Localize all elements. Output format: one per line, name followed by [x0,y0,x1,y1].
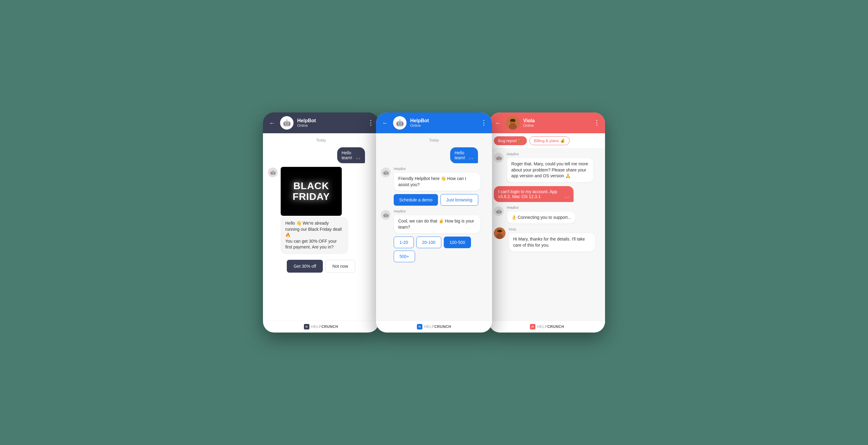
agent-name-3: Viola [523,118,590,123]
svg-point-7 [496,234,503,239]
msg-hello-right-2: Hello team! ✓✓ [450,147,487,163]
svg-point-4 [510,119,516,122]
billing-plans-pill[interactable]: Billing & plans 💰 [529,136,569,145]
not-now-button[interactable]: Not now [325,260,355,273]
helpcrunch-icon-3: H [530,324,535,329]
viola-avatar [494,228,505,239]
team-1-20[interactable]: 1-20 [394,237,414,248]
helpbot-coral-msg2: 🤖 HelpBot 👌 Connecting you to support... [494,206,600,224]
team-size-buttons: 1-20 20-100 100-500 500+ [394,237,481,262]
back-button-2[interactable]: ← [381,118,390,128]
menu-dots-3[interactable]: ⋮ [593,119,600,127]
phone3-footer: H HELPCRUNCH [489,321,605,332]
topic-pills: Bug report 🐛 Billing & plans 💰 [489,133,605,149]
chat-messages-1: Today Hello team! ✓✓ 🤖 BLACKFRIDAY [263,133,379,321]
hello-bubble-1: Hello team! ✓✓ [337,147,365,163]
schedule-demo-button[interactable]: Schedule a demo [394,194,438,206]
chat-messages-3: 🤖 HelpBot Roger that. Mary, could you te… [489,149,605,321]
menu-dots-1[interactable]: ⋮ [367,119,374,127]
phone1-buttons: Get 30% off Not now [268,260,374,273]
bot-name-2: HelpBot [410,118,477,123]
user-coral-msg1: I can't login to my account. App v3.8.2,… [494,186,600,202]
back-button-3[interactable]: ← [494,118,502,128]
phone1-header: ← 🤖 HelpBot Online ⋮ [263,113,379,133]
bot-name-1: HelpBot [297,118,364,123]
viola-bubble: Hi Mary, thanks for the details. I'll ta… [508,233,595,251]
bot-avatar-1: 🤖 [280,116,293,129]
header-info-3: Viola Online [523,118,590,128]
bf-image-container: 🤖 BLACKFRIDAY Hello 👋 We're already runn… [268,167,374,254]
phone1-footer: H HELPCRUNCH [263,321,379,332]
back-button-1[interactable]: ← [268,118,276,128]
black-friday-image: BLACKFRIDAY [281,167,342,216]
phone-1: ← 🤖 HelpBot Online ⋮ Today Hello team! ✓… [263,113,379,332]
date-divider-2: Today [381,138,487,142]
bot-icon-2: 🤖 [381,168,391,177]
phone2-header: ← 🤖 HelpBot Online ⋮ [376,113,492,133]
helpcrunch-icon-2: H [417,324,423,329]
sender-helpbot-coral-1: HelpBot [507,152,594,156]
header-info-1: HelpBot Online [297,118,364,128]
helpbot-msg1-container: 🤖 HelpBot Friendly HelpBot here 👋 How ca… [381,167,487,206]
agent-status-3: Online [523,123,590,128]
helpbot-coral-bubble-1: Roger that. Mary, could you tell me more… [507,158,594,182]
helpbot-coral-bubble-2: 👌 Connecting you to support... [507,211,576,224]
phone2-footer: H HELPCRUNCH [376,321,492,332]
user-coral-bubble-1: I can't login to my account. App v3.8.2,… [494,186,574,202]
bot-icon-4: 🤖 [494,153,504,162]
viola-msg: Viola Hi Mary, thanks for the details. I… [494,228,600,251]
agent-avatar-3 [506,116,520,129]
header-info-2: HelpBot Online [410,118,477,128]
helpcrunch-logo-3: H HELPCRUNCH [530,324,564,329]
sender-helpbot-1: HelpBot [394,167,481,171]
helpbot-bubble-2: Cool, we can do that ✌ How big is your t… [394,215,481,234]
bot-status-2: Online [410,123,477,128]
helpcrunch-icon-1: H [304,324,309,329]
bot-icon-3: 🤖 [381,210,391,220]
msg-hello-right-1: Hello team! ✓✓ [337,147,374,163]
helpbot-coral-msg1: 🤖 HelpBot Roger that. Mary, could you te… [494,152,600,182]
helpcrunch-logo-1: H HELPCRUNCH [304,324,338,329]
team-500plus[interactable]: 500+ [394,250,415,262]
bot-icon-5: 🤖 [494,206,504,216]
helpbot-msg2-container: 🤖 HelpBot Cool, we can do that ✌ How big… [381,209,487,262]
sender-helpbot-coral-2: HelpBot [507,206,576,209]
phone-2: ← 🤖 HelpBot Online ⋮ Today Hello team! ✓… [376,113,492,332]
menu-dots-2[interactable]: ⋮ [480,119,487,127]
svg-point-2 [509,123,517,129]
bot-avatar-2: 🤖 [393,116,406,129]
svg-point-8 [497,230,502,232]
hello-bubble-2: Hello team! ✓✓ [450,147,478,163]
phone-3: ← Viola Online ⋮ Bu [489,113,605,332]
chat-messages-2: Today Hello team! ✓✓ 🤖 HelpBot Friendly … [376,133,492,321]
date-divider-1: Today [268,138,374,142]
sender-helpbot-2: HelpBot [394,209,481,213]
phone3-header: ← Viola Online ⋮ [489,113,605,133]
phones-container: ← 🤖 HelpBot Online ⋮ Today Hello team! ✓… [263,113,605,332]
get-30off-button[interactable]: Get 30% off [287,260,323,273]
bot-icon-1: 🤖 [268,168,278,177]
team-20-100[interactable]: 20-100 [416,237,441,248]
helpcrunch-logo-2: H HELPCRUNCH [417,324,451,329]
bf-message: Hello 👋 We're already running our Black … [281,217,348,254]
bot-status-1: Online [297,123,364,128]
sender-viola: Viola [508,228,595,231]
quickreply-buttons-1: Schedule a demo Just browsing [394,194,481,206]
bug-report-pill[interactable]: Bug report 🐛 [494,136,527,145]
just-browsing-button[interactable]: Just browsing [440,194,478,206]
helpbot-bubble-1: Friendly HelpBot here 👋 How can I assist… [394,172,481,191]
team-100-500[interactable]: 100-500 [444,237,471,248]
